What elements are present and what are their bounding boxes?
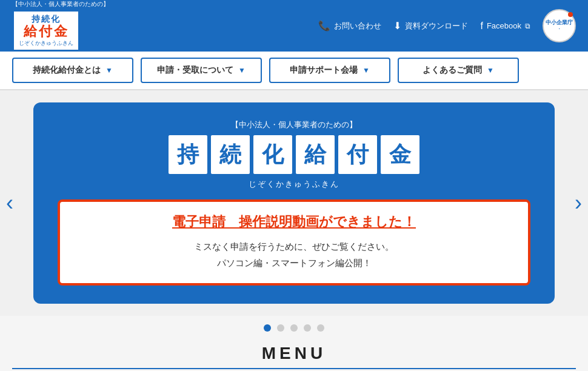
header-right: 📞 お問い合わせ ⬇ 資料ダウンロード f Facebook ⧉ 中小企業庁 ・ bbox=[318, 9, 576, 42]
hero-slider: ‹ 【中小法人・個人事業者のための】 持 続 化 給 付 金 じぞくかきゅうふき… bbox=[0, 90, 588, 316]
hero-announcement-body: ミスなく申請を行うために、ぜひご覧ください。 パソコン編・スマートフォン編公開！ bbox=[78, 238, 510, 271]
hero-body-line2: パソコン編・スマートフォン編公開！ bbox=[78, 255, 510, 271]
chevron-down-icon: ▼ bbox=[105, 66, 113, 75]
facebook-label: Facebook bbox=[487, 21, 521, 30]
chevron-down-icon: ▼ bbox=[487, 66, 494, 75]
logo: 【中小法人・個人事業者のための】 持続化 給付金 じぞくかきゅうふきん bbox=[12, 0, 109, 52]
logo-furigana: じぞくかきゅうふきん bbox=[19, 39, 73, 47]
hero-card: 【中小法人・個人事業者のための】 持 続 化 給 付 金 じぞくかきゅうふきん … bbox=[33, 102, 555, 304]
hero-title-boxes: 持 続 化 給 付 金 bbox=[169, 135, 419, 174]
nav-faq[interactable]: よくあるご質問 ▼ bbox=[398, 58, 519, 83]
contact-label: お問い合わせ bbox=[334, 21, 381, 32]
menu-section: MENU bbox=[0, 332, 588, 371]
nav-faq-label: よくあるご質問 bbox=[423, 65, 482, 76]
sme-badge-text: 中小企業庁 bbox=[546, 19, 573, 26]
sme-subtitle: ・ bbox=[557, 26, 561, 32]
sme-dot bbox=[568, 12, 573, 17]
download-link[interactable]: ⬇ 資料ダウンロード bbox=[393, 20, 468, 32]
contact-link[interactable]: 📞 お問い合わせ bbox=[318, 20, 381, 32]
dot-4[interactable] bbox=[304, 324, 311, 332]
hero-announcement-title: 電子申請 操作説明動画ができました！ bbox=[78, 213, 510, 231]
slider-prev-button[interactable]: ‹ bbox=[0, 184, 19, 222]
menu-title: MENU bbox=[12, 344, 576, 363]
menu-divider bbox=[12, 368, 576, 369]
logo-box: 持続化 給付金 じぞくかきゅうふきん bbox=[12, 10, 80, 52]
sme-agency-badge: 中小企業庁 ・ bbox=[543, 9, 576, 42]
dot-2[interactable] bbox=[277, 324, 284, 332]
slider-dots bbox=[0, 324, 588, 332]
hero-furigana: じぞくかきゅうふきん bbox=[249, 179, 339, 190]
dot-5[interactable] bbox=[317, 324, 324, 332]
hero-body-line1: ミスなく申請を行うために、ぜひご覧ください。 bbox=[78, 238, 510, 255]
nav-support-label: 申請サポート会場 bbox=[290, 65, 358, 76]
download-icon: ⬇ bbox=[393, 20, 401, 32]
facebook-link[interactable]: f Facebook ⧉ bbox=[480, 21, 530, 32]
logo-kanji-line2: 給付金 bbox=[24, 25, 69, 38]
main-nav: 持続化給付金とは ▼ 申請・受取について ▼ 申請サポート会場 ▼ よくあるご質… bbox=[0, 52, 588, 90]
chevron-down-icon: ▼ bbox=[238, 66, 246, 75]
external-link-icon: ⧉ bbox=[525, 22, 530, 30]
hero-title-char-6: 金 bbox=[381, 135, 419, 174]
nav-apply[interactable]: 申請・受取について ▼ bbox=[141, 58, 262, 83]
nav-apply-label: 申請・受取について bbox=[157, 65, 233, 76]
nav-support[interactable]: 申請サポート会場 ▼ bbox=[269, 58, 390, 83]
hero-title-char-4: 給 bbox=[296, 135, 335, 174]
hero-announcement: 電子申請 操作説明動画ができました！ ミスなく申請を行うために、ぜひご覧ください… bbox=[58, 199, 530, 286]
phone-icon: 📞 bbox=[318, 20, 330, 32]
download-label: 資料ダウンロード bbox=[405, 21, 468, 32]
chevron-down-icon: ▼ bbox=[362, 66, 370, 75]
site-header: 【中小法人・個人事業者のための】 持続化 給付金 じぞくかきゅうふきん 📞 お問… bbox=[0, 0, 588, 52]
dot-3[interactable] bbox=[290, 324, 298, 332]
dot-1[interactable] bbox=[264, 324, 271, 332]
hero-title-char-3: 化 bbox=[253, 135, 292, 174]
hero-small-label: 【中小法人・個人事業者のための】 bbox=[231, 119, 357, 130]
facebook-icon: f bbox=[480, 21, 483, 32]
hero-title-char-5: 付 bbox=[338, 135, 377, 174]
hero-title-char-2: 続 bbox=[211, 135, 250, 174]
nav-about[interactable]: 持続化給付金とは ▼ bbox=[12, 58, 133, 83]
hero-title-char-1: 持 bbox=[169, 135, 207, 174]
nav-about-label: 持続化給付金とは bbox=[33, 65, 101, 76]
slider-next-button[interactable]: › bbox=[569, 184, 588, 222]
logo-small-text: 【中小法人・個人事業者のための】 bbox=[12, 0, 109, 8]
